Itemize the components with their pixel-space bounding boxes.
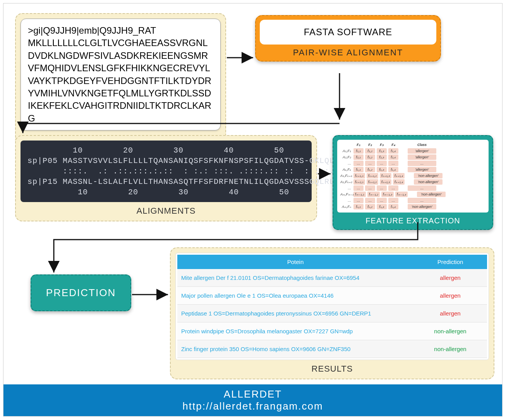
- fasta-input-inner: >gi|Q9JJH9|emb|Q9JJH9_RAT MKLLLLLLLCLGLT…: [21, 19, 221, 130]
- prediction-cell: non-allergen: [413, 322, 487, 340]
- prediction-cell: allergen: [413, 305, 487, 322]
- protein-cell[interactable]: Protein windpipe OS=Drosophila melanogas…: [177, 322, 413, 340]
- table-row: Peptidase 1 OS=Dermatophagoides pteronys…: [177, 305, 487, 322]
- fasta-input-box: >gi|Q9JJH9|emb|Q9JJH9_RAT MKLLLLLLLCLGLT…: [15, 13, 226, 150]
- protein-cell[interactable]: Peptidase 1 OS=Dermatophagoides pteronys…: [177, 305, 413, 322]
- fasta-software-inner: FASTA SOFTWARE: [260, 20, 436, 45]
- fasta-sequence: MKLLLLLLLCLGLTLVCGHAEEASSVRGNLDVDKLNGDWF…: [28, 37, 213, 125]
- results-th-protein: Potein: [177, 255, 413, 269]
- table-row: Major pollen allergen Ole e 1 OS=Olea eu…: [177, 287, 487, 305]
- results-box: Potein Prediction Mite allergen Der f 21…: [170, 247, 494, 379]
- feature-extraction-label: FEATURE EXTRACTION: [337, 213, 489, 225]
- prediction-cell: allergen: [413, 287, 487, 305]
- prediction-box: PREDICTION: [31, 274, 131, 311]
- footer-url: http://allerdet.frangam.com: [3, 400, 502, 412]
- results-label: RESULTS: [175, 364, 489, 374]
- table-row: Zinc finger protein 350 OS=Homo sapiens …: [177, 340, 487, 358]
- protein-cell[interactable]: Mite allergen Der f 21.0101 OS=Dermatoph…: [177, 269, 413, 287]
- footer-title: ALLERDET: [3, 388, 502, 400]
- protein-cell[interactable]: Zinc finger protein 350 OS=Homo sapiens …: [177, 340, 413, 358]
- results-table: Potein Prediction Mite allergen Der f 21…: [177, 255, 487, 358]
- prediction-label: PREDICTION: [46, 287, 116, 298]
- table-row: Protein windpipe OS=Drosophila melanogas…: [177, 322, 487, 340]
- table-row: Mite allergen Der f 21.0101 OS=Dermatoph…: [177, 269, 487, 287]
- alignments-label: ALIGNMENTS: [21, 206, 312, 216]
- prediction-cell: non-allergen: [413, 340, 487, 358]
- fasta-software-box: FASTA SOFTWARE PAIR-WISE ALIGNMENT: [255, 15, 441, 62]
- fasta-software-title: FASTA SOFTWARE: [304, 27, 393, 37]
- alignment-display: 10 20 30 40 50 sp|P05 MASSTVSVVLSLFLLLLT…: [21, 141, 312, 202]
- fasta-header: >gi|Q9JJH9|emb|Q9JJH9_RAT: [28, 24, 213, 37]
- protein-cell[interactable]: Major pollen allergen Ole e 1 OS=Olea eu…: [177, 287, 413, 305]
- fasta-software-label: PAIR-WISE ALIGNMENT: [260, 45, 436, 58]
- prediction-cell: allergen: [413, 269, 487, 287]
- results-th-prediction: Prediction: [413, 255, 487, 269]
- feature-table: F₁F₂F₃F₄ClassA₁,F₁f₁,₁f₁,₂f₁,₃f₁,₄'aller…: [337, 140, 489, 213]
- alignments-box: 10 20 30 40 50 sp|P05 MASSTVSVVLSLFLLLLT…: [15, 135, 317, 221]
- feature-extraction-box: F₁F₂F₃F₄ClassA₁,F₁f₁,₁f₁,₂f₁,₃f₁,₄'aller…: [333, 135, 493, 230]
- footer-bar: ALLERDET http://allerdet.frangam.com: [3, 384, 502, 416]
- diagram-canvas: >gi|Q9JJH9|emb|Q9JJH9_RAT MKLLLLLLLCLGLT…: [3, 3, 503, 417]
